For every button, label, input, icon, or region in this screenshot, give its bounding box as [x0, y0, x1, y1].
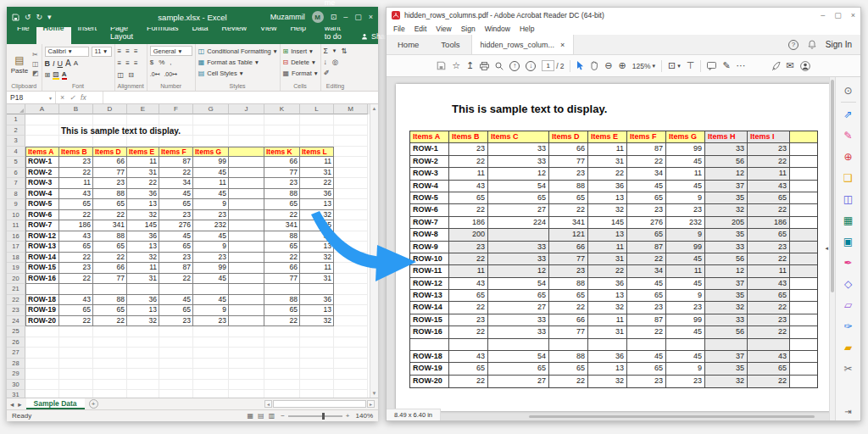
maximize-button[interactable]: ▢ — [834, 11, 842, 19]
increase-decimal-icon[interactable]: .0↤ — [150, 71, 160, 78]
cell-J3[interactable] — [229, 136, 264, 147]
cell-D16[interactable]: 88 — [93, 231, 127, 242]
cell-L5[interactable]: 11 — [300, 157, 334, 168]
page-break-view-icon[interactable]: ▥ — [269, 412, 275, 420]
cell-D4[interactable]: Items D — [93, 147, 127, 158]
cell-M25[interactable] — [334, 326, 368, 337]
cell-D5[interactable]: 66 — [93, 157, 127, 168]
cell-G26[interactable] — [193, 337, 229, 348]
cell-E10[interactable]: 32 — [127, 210, 159, 221]
cell-M30[interactable] — [334, 380, 368, 391]
cell-F3[interactable] — [159, 136, 193, 147]
cell-F1[interactable] — [159, 114, 193, 125]
cell-F23[interactable]: 65 — [159, 305, 193, 316]
cell-D17[interactable]: 65 — [93, 242, 127, 253]
cell-F19[interactable]: 87 — [159, 263, 193, 274]
cell-K28[interactable] — [264, 359, 300, 370]
cell-E4[interactable]: Items E — [127, 147, 159, 158]
cell-M4[interactable] — [334, 147, 368, 158]
fill-sign-pencil-icon[interactable]: ✎ — [722, 60, 730, 71]
cell-J20[interactable] — [229, 274, 264, 285]
cell-L30[interactable] — [300, 380, 334, 391]
wrap-text-icon[interactable]: ◫ — [118, 71, 125, 79]
row-header-1[interactable]: 1 — [7, 114, 25, 125]
cell-K9[interactable]: 65 — [264, 199, 300, 210]
menu-file[interactable]: File — [393, 25, 405, 33]
row-header-4[interactable]: 4 — [7, 147, 25, 158]
cell-D9[interactable]: 65 — [93, 199, 127, 210]
minimize-button[interactable]: – — [821, 11, 825, 19]
clear-icon[interactable]: ✐ — [324, 69, 330, 77]
normal-view-icon[interactable]: ▦ — [248, 412, 254, 420]
zoom-in-icon[interactable]: + — [346, 412, 350, 420]
cell-G6[interactable]: 45 — [193, 168, 229, 179]
cell-K23[interactable]: 65 — [264, 305, 300, 316]
cell-K26[interactable] — [264, 337, 300, 348]
cell-B10[interactable]: 22 — [59, 210, 93, 221]
font-size-select[interactable]: 11▾ — [92, 47, 112, 57]
bold-button[interactable]: B — [45, 59, 51, 68]
cell-K17[interactable]: 65 — [264, 242, 300, 253]
protect-icon[interactable]: ◇ — [836, 273, 860, 294]
cancel-icon[interactable]: × — [60, 93, 64, 102]
comment-icon[interactable]: ❑ — [836, 167, 860, 188]
row-header-18[interactable]: 18 — [7, 253, 25, 264]
combine-files-icon[interactable]: ◫ — [836, 188, 860, 209]
cell-F7[interactable]: 34 — [159, 178, 193, 189]
cell-M7[interactable] — [334, 178, 368, 189]
cell-D21[interactable] — [93, 284, 127, 295]
row-header-23[interactable]: 23 — [7, 305, 25, 316]
column-header-G[interactable]: G — [193, 104, 229, 114]
cell-M8[interactable] — [334, 189, 368, 200]
minimize-button[interactable]: – — [343, 13, 348, 21]
profile-icon[interactable] — [800, 61, 810, 71]
cell-D22[interactable]: 88 — [93, 295, 127, 306]
cell-A6[interactable]: ROW-2 — [25, 168, 59, 179]
cell-F6[interactable]: 22 — [159, 168, 193, 179]
certificates-icon[interactable]: ✑ — [836, 315, 860, 337]
delete-button[interactable]: ⊟Delete▾ — [283, 57, 318, 67]
cell-D31[interactable] — [93, 390, 127, 398]
cell-G28[interactable] — [193, 359, 229, 370]
cell-G16[interactable]: 45 — [193, 231, 229, 242]
search-icon[interactable]: ⊙ — [836, 80, 860, 101]
cell-B26[interactable] — [59, 337, 93, 348]
cell-A29[interactable] — [25, 369, 59, 380]
cell-B4[interactable]: Items B — [59, 147, 93, 158]
cell-D1[interactable] — [93, 114, 127, 125]
zoom-level[interactable]: 140% — [356, 412, 373, 420]
cell-G8[interactable]: 45 — [193, 189, 229, 200]
cell-F22[interactable]: 45 — [159, 295, 193, 306]
cell-K22[interactable]: 88 — [264, 295, 300, 306]
cell-E28[interactable] — [127, 359, 159, 370]
cell-K2[interactable] — [264, 125, 300, 136]
align-right-icon[interactable]: ≡ — [134, 59, 138, 67]
cell-G27[interactable] — [193, 348, 229, 359]
cell-M3[interactable] — [334, 136, 368, 147]
font-grow-icon[interactable]: A — [65, 58, 71, 68]
cell-B20[interactable]: 22 — [59, 274, 93, 285]
cell-E7[interactable]: 22 — [127, 178, 159, 189]
row-header-30[interactable]: 30 — [7, 380, 25, 391]
cell-A26[interactable] — [25, 337, 59, 348]
cell-F9[interactable]: 65 — [159, 199, 193, 210]
cell-E19[interactable]: 11 — [127, 263, 159, 274]
align-middle-icon[interactable]: ≡ — [125, 47, 130, 55]
cell-E22[interactable]: 36 — [127, 295, 159, 306]
cell-J1[interactable] — [229, 114, 264, 125]
cell-L25[interactable] — [300, 326, 334, 337]
save-icon[interactable] — [437, 61, 446, 70]
cell-D8[interactable]: 88 — [93, 189, 127, 200]
cell-B21[interactable] — [59, 284, 93, 295]
cell-J10[interactable] — [229, 210, 264, 221]
cell-G20[interactable]: 45 — [193, 274, 229, 285]
cell-A2[interactable] — [25, 125, 59, 136]
cell-J21[interactable] — [229, 284, 264, 295]
cell-L23[interactable]: 13 — [300, 305, 334, 316]
decrease-decimal-icon[interactable]: .00↦ — [164, 71, 177, 78]
print-icon[interactable] — [480, 62, 489, 70]
cell-G19[interactable]: 99 — [193, 263, 229, 274]
row-header-29[interactable]: 29 — [7, 369, 25, 380]
export-pdf-icon[interactable]: ⇗ — [836, 103, 860, 125]
request-signatures-icon[interactable] — [771, 62, 781, 70]
